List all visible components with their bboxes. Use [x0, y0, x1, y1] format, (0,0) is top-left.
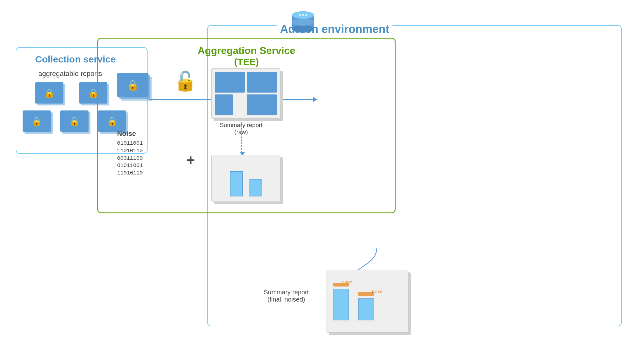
aggregatable-reports-label: aggregatable reports: [38, 70, 102, 78]
database-icon: [289, 9, 317, 39]
svg-point-5: [299, 14, 301, 16]
grid-report: [211, 68, 280, 119]
diagram: Adtech environment Collection service ag…: [6, 6, 631, 358]
svg-point-2: [292, 25, 314, 33]
final-chart-card: noise noise: [327, 270, 408, 333]
raw-chart-card: [211, 155, 280, 202]
svg-point-3: [292, 18, 314, 26]
svg-point-7: [305, 14, 307, 16]
plus-sign: +: [186, 152, 195, 169]
noise-code: 01011001 11010110 00011100 01011001 1101…: [117, 140, 143, 177]
noise-label: Noise: [117, 130, 143, 138]
aggregation-sublabel: (TEE): [98, 56, 395, 67]
aggregation-label: Aggregation Service: [98, 45, 395, 56]
noise-section: Noise 01011001 11010110 00011100 0101100…: [117, 130, 143, 177]
aggregation-service-box: Aggregation Service (TEE) 🔒 🔓: [97, 38, 396, 213]
svg-point-6: [302, 14, 304, 16]
noise-tag2: noise: [372, 289, 382, 294]
noise-tag1: noise: [342, 280, 352, 284]
summary-report-raw-label: Summary report (raw): [205, 122, 277, 136]
unlock-icon: 🔓: [174, 70, 197, 92]
summary-report-final-label: Summary report (final, noised): [264, 289, 309, 303]
